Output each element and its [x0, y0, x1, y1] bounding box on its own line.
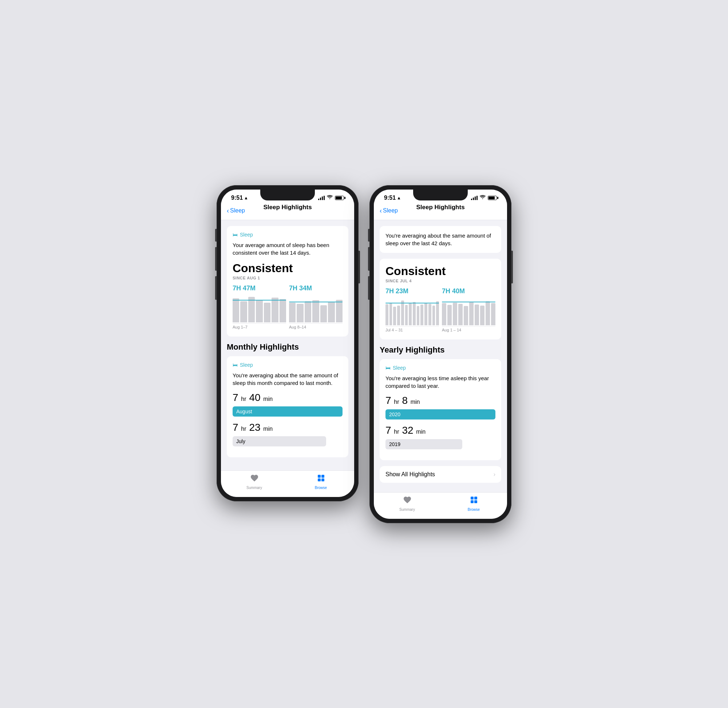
- back-button-2[interactable]: ‹ Sleep: [380, 207, 398, 215]
- phones-container: 9:51 ▲: [217, 185, 511, 523]
- yearly-card-2: 🛏 Sleep You're averaging less time aslee…: [380, 359, 501, 460]
- summary-icon-1: [250, 474, 259, 485]
- back-label-1: Sleep: [230, 207, 245, 214]
- yearly-description-2: You're averaging less time asleep this y…: [385, 374, 496, 390]
- sleep-label-yearly-2: 🛏 Sleep: [385, 365, 496, 371]
- notch-1: [260, 190, 315, 200]
- p1-date-label-2: Jul 4 – 31: [385, 328, 439, 332]
- svg-rect-6: [471, 500, 474, 503]
- summary-icon-2: [403, 496, 412, 506]
- prev-time-display-1: 7 hr 23 min: [232, 422, 343, 433]
- page-title-1: Sleep Highlights: [251, 204, 324, 211]
- chart-group-week2: 7H 34M: [289, 284, 343, 329]
- vol-down-button: [215, 276, 217, 300]
- show-all-row-2[interactable]: Show All Highlights ›: [380, 466, 501, 483]
- vol-up-button-2: [368, 247, 369, 271]
- chart-bars-week1: [232, 295, 286, 323]
- chart-area-week1: [232, 295, 286, 324]
- tab-summary-1[interactable]: Summary: [221, 474, 288, 490]
- svg-rect-0: [318, 475, 321, 478]
- svg-rect-3: [321, 479, 324, 481]
- power-button: [359, 251, 360, 283]
- prev-bar-label-2: 2019: [389, 441, 400, 447]
- current-bar-1: August: [232, 406, 343, 416]
- current-hr-1: 7: [232, 392, 238, 403]
- status-icons-2: [471, 195, 497, 200]
- chart-group-p2: 7H 40M: [442, 287, 496, 332]
- back-chevron-icon-2: ‹: [380, 207, 382, 215]
- monthly-description-1: You're averaging about the same amount o…: [232, 371, 343, 387]
- wide-chart-container-2: 7H 23M: [385, 287, 496, 332]
- since-label-2: SINCE JUL 4: [385, 279, 496, 283]
- week2-date-label: Aug 8–14: [289, 325, 343, 329]
- prev-min-1: 23: [249, 422, 260, 433]
- scroll-content-1[interactable]: 🛏 Sleep Your average amount of sleep has…: [221, 220, 354, 470]
- screen-2: 9:51 ▲: [374, 190, 507, 519]
- sleep-text-yearly-2: Sleep: [393, 365, 406, 371]
- vol-down-button-2: [368, 276, 369, 300]
- current-time-display-2: 7 hr 8 min: [385, 395, 496, 406]
- tab-summary-2[interactable]: Summary: [374, 496, 440, 512]
- tab-bar-2: Summary Browse: [374, 492, 507, 519]
- current-min-1: 40: [249, 392, 260, 403]
- nav-bar-2: ‹ Sleep Sleep Highlights: [374, 204, 507, 220]
- avg-line-week1: [232, 300, 286, 300]
- chart-area-p1: [385, 297, 439, 326]
- wifi-icon-1: [327, 195, 333, 200]
- consistent-heading-1: Consistent: [232, 261, 343, 275]
- consistent-heading-2: Consistent: [385, 264, 496, 278]
- sleep-text-weekly-1: Sleep: [240, 232, 253, 238]
- chevron-right-icon-2: ›: [494, 471, 496, 478]
- prev-unit2-1: min: [263, 426, 273, 432]
- p2-date-label-2: Aug 1 – 14: [442, 328, 496, 332]
- notch-2: [413, 190, 468, 200]
- chart-group-p1: 7H 23M: [385, 287, 439, 332]
- back-button-1[interactable]: ‹ Sleep: [227, 207, 245, 215]
- since-label-1: SINCE AUG 1: [232, 276, 343, 280]
- avg-line-p2: [442, 302, 496, 302]
- avg-line-p1: [385, 303, 439, 303]
- prev-unit1-2: hr: [394, 429, 399, 435]
- battery-icon-1: [335, 196, 344, 200]
- bar-comparison-1: 7 hr 40 min August 7 hr 23 min: [232, 392, 343, 447]
- mute-button-2: [368, 229, 369, 242]
- back-chevron-icon-1: ‹: [227, 207, 229, 215]
- browse-icon-1: [317, 474, 325, 485]
- avg-line-week2: [289, 302, 343, 302]
- scroll-content-2[interactable]: You're averaging about the same amount o…: [374, 220, 507, 492]
- bed-icon-weekly-1: 🛏: [232, 232, 238, 238]
- chart-group-week1: 7H 47M: [232, 284, 286, 329]
- time-display-2: 9:51: [384, 194, 396, 201]
- location-arrow-2: ▲: [397, 195, 401, 200]
- week2-avg-1: 7H 34M: [289, 284, 343, 292]
- browse-icon-2: [469, 496, 478, 506]
- p1-avg-2: 7H 23M: [385, 287, 439, 295]
- wide-card-2: Consistent SINCE JUL 4 7H 23M: [380, 259, 501, 339]
- tab-browse-1[interactable]: Browse: [288, 474, 354, 490]
- svg-rect-4: [471, 497, 474, 499]
- current-unit2-2: min: [411, 399, 420, 405]
- page-title-2: Sleep Highlights: [404, 204, 477, 211]
- power-button-2: [511, 251, 513, 283]
- current-unit2-1: min: [263, 396, 273, 402]
- svg-rect-1: [321, 475, 324, 478]
- tab-browse-2[interactable]: Browse: [440, 496, 507, 512]
- prev-min-2: 32: [402, 425, 413, 436]
- nav-bar-1: ‹ Sleep Sleep Highlights: [221, 204, 354, 220]
- chart-container-1: 7H 47M: [232, 284, 343, 329]
- show-all-text-2: Show All Highlights: [385, 471, 435, 478]
- week1-avg-1: 7H 47M: [232, 284, 286, 292]
- current-min-2: 8: [402, 395, 408, 406]
- prev-bar-1: July: [232, 436, 326, 447]
- sleep-label-weekly-1: 🛏 Sleep: [232, 232, 343, 238]
- signal-icon-2: [471, 196, 478, 200]
- time-display-1: 9:51: [231, 194, 243, 201]
- week1-date-label: Aug 1–7: [232, 325, 286, 329]
- browse-label-2: Browse: [468, 508, 480, 512]
- summary-label-2: Summary: [399, 508, 415, 512]
- svg-rect-5: [474, 497, 477, 499]
- prev-hr-2: 7: [385, 425, 391, 436]
- monthly-section-header-1: Monthly Highlights: [227, 342, 348, 352]
- status-time-1: 9:51 ▲: [231, 194, 248, 201]
- location-arrow-1: ▲: [244, 195, 248, 200]
